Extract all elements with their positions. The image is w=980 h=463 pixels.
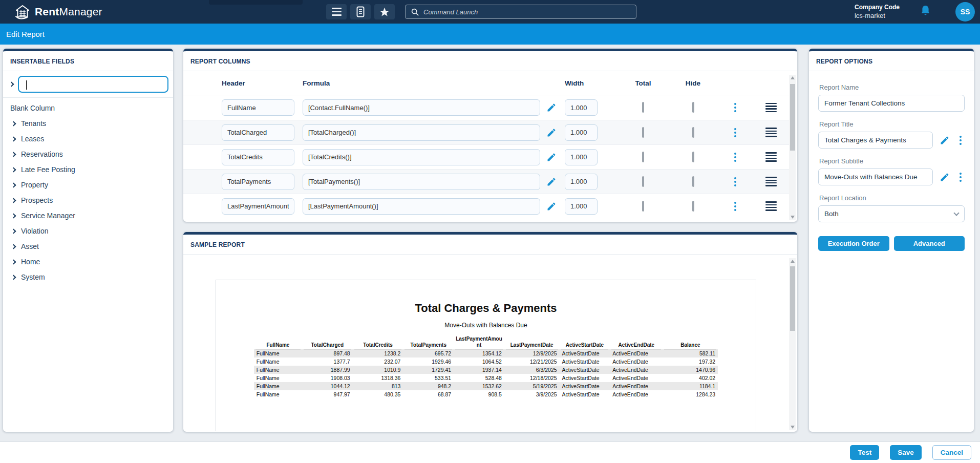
scroll-down-arrow-icon[interactable]	[791, 426, 795, 429]
scrollbar-thumb[interactable]	[790, 84, 795, 151]
tree-item[interactable]: Leases	[3, 131, 173, 146]
tree-item[interactable]: Reservations	[3, 146, 173, 162]
column-width-input[interactable]	[565, 99, 598, 116]
column-width-input[interactable]	[565, 124, 598, 141]
main-menu-button[interactable]	[326, 4, 347, 19]
column-width-input[interactable]	[565, 198, 598, 215]
test-button[interactable]: Test	[850, 445, 879, 460]
report-columns-panel: REPORT COLUMNS Header Formula Width Tota…	[183, 49, 797, 222]
tree-item-label: Service Manager	[21, 212, 75, 220]
edit-subtitle-button[interactable]	[940, 172, 950, 182]
drag-handle-icon[interactable]	[765, 152, 777, 162]
edit-formula-button[interactable]	[540, 128, 563, 138]
total-checkbox[interactable]	[642, 127, 644, 138]
chevron-right-icon	[11, 275, 16, 280]
report-subtitle-input[interactable]: Move-Outs with Balances Due	[818, 169, 933, 185]
advanced-button[interactable]: Advanced	[894, 236, 965, 251]
tree-item[interactable]: System	[3, 269, 173, 285]
column-header-input[interactable]	[222, 149, 294, 165]
save-button[interactable]: Save	[890, 445, 922, 460]
hide-checkbox[interactable]	[692, 127, 694, 138]
drag-handle-icon[interactable]	[765, 103, 777, 113]
favorites-button[interactable]	[374, 4, 395, 19]
recent-windows-button[interactable]	[350, 4, 371, 19]
blank-column-item[interactable]: Blank Column	[3, 100, 173, 116]
total-checkbox[interactable]	[642, 102, 644, 113]
tree-item[interactable]: Violation	[3, 223, 173, 239]
notifications-button[interactable]	[920, 5, 931, 19]
total-checkbox[interactable]	[642, 201, 644, 212]
user-avatar[interactable]: SS	[955, 2, 975, 22]
drag-handle-icon[interactable]	[765, 177, 777, 186]
column-formula-input[interactable]	[303, 99, 540, 116]
edit-title-button[interactable]	[940, 135, 950, 145]
col-header-header: Header	[220, 79, 294, 87]
sample-col-header: LastPaymentAmount	[454, 335, 504, 349]
sample-table-header-row: FullNameTotalChargedTotalCreditsTotalPay…	[254, 335, 718, 349]
report-name-input[interactable]: Former Tenant Collections	[818, 95, 965, 112]
tree-item-label: System	[21, 273, 45, 281]
column-formula-input[interactable]	[303, 124, 540, 141]
page-title-bar: Edit Report	[0, 24, 980, 45]
hide-checkbox[interactable]	[692, 176, 694, 187]
total-checkbox[interactable]	[642, 152, 644, 162]
tree-item[interactable]: Late Fee Posting	[3, 162, 173, 177]
tree-item[interactable]: Asset	[3, 239, 173, 254]
collapse-chevron-icon[interactable]	[9, 82, 14, 87]
column-header-input[interactable]	[222, 174, 294, 190]
column-header-input[interactable]	[222, 99, 294, 116]
column-header-input[interactable]	[222, 124, 294, 141]
footer-action-bar: Test Save Cancel	[0, 441, 980, 463]
report-columns-title: REPORT COLUMNS	[183, 51, 797, 71]
edit-formula-button[interactable]	[540, 177, 563, 187]
row-menu-kebab-icon[interactable]	[731, 153, 739, 162]
tree-item-label: Violation	[21, 227, 48, 235]
report-title-input[interactable]: Total Charges & Payments	[818, 132, 933, 149]
scrollbar-thumb[interactable]	[790, 266, 795, 331]
row-menu-kebab-icon[interactable]	[731, 202, 739, 211]
command-launch-search[interactable]: Command Launch	[405, 5, 636, 19]
tree-item[interactable]: Home	[3, 254, 173, 269]
insertable-fields-panel: INSERTABLE FIELDS Blank Column Tenants L…	[3, 49, 173, 432]
execution-order-button[interactable]: Execution Order	[818, 236, 889, 251]
sample-report-scrollbar[interactable]	[789, 258, 796, 430]
scroll-down-arrow-icon[interactable]	[791, 216, 795, 219]
row-menu-kebab-icon[interactable]	[731, 103, 739, 112]
row-menu-kebab-icon[interactable]	[731, 177, 739, 186]
chevron-right-icon	[11, 244, 16, 249]
title-menu-kebab-icon[interactable]	[956, 136, 965, 145]
col-header-hide: Hide	[669, 79, 717, 87]
fields-search-input[interactable]	[18, 76, 168, 93]
hide-checkbox[interactable]	[692, 102, 694, 113]
scroll-up-arrow-icon[interactable]	[791, 260, 795, 263]
column-header-input[interactable]	[222, 198, 294, 215]
tree-item[interactable]: Service Manager	[3, 208, 173, 223]
tree-item[interactable]: Property	[3, 177, 173, 193]
scroll-up-arrow-icon[interactable]	[791, 76, 795, 79]
total-checkbox[interactable]	[642, 176, 644, 187]
column-width-input[interactable]	[565, 149, 598, 165]
rentmanager-logo[interactable]: RentManager	[14, 4, 102, 19]
hide-checkbox[interactable]	[692, 201, 694, 212]
tree-item[interactable]: Tenants	[3, 116, 173, 131]
column-formula-input[interactable]	[303, 174, 540, 190]
row-menu-kebab-icon[interactable]	[731, 128, 739, 137]
column-formula-input[interactable]	[303, 149, 540, 165]
edit-formula-button[interactable]	[540, 201, 563, 212]
report-columns-scrollbar[interactable]	[789, 75, 796, 220]
column-formula-input[interactable]	[303, 198, 540, 215]
sample-col-header: ActiveStartDate	[560, 335, 610, 349]
cancel-button[interactable]: Cancel	[932, 445, 971, 460]
subtitle-menu-kebab-icon[interactable]	[956, 173, 965, 182]
preview-report-title: Total Charges & Payments	[216, 302, 756, 315]
report-location-select[interactable]: Both	[818, 205, 965, 222]
pencil-icon	[546, 128, 557, 138]
hide-checkbox[interactable]	[692, 152, 694, 162]
edit-formula-button[interactable]	[540, 152, 563, 162]
column-width-input[interactable]	[565, 174, 598, 190]
tree-item[interactable]: Prospects	[3, 193, 173, 208]
text-caret	[26, 80, 27, 90]
edit-formula-button[interactable]	[540, 102, 563, 113]
drag-handle-icon[interactable]	[765, 128, 777, 137]
drag-handle-icon[interactable]	[765, 201, 777, 211]
